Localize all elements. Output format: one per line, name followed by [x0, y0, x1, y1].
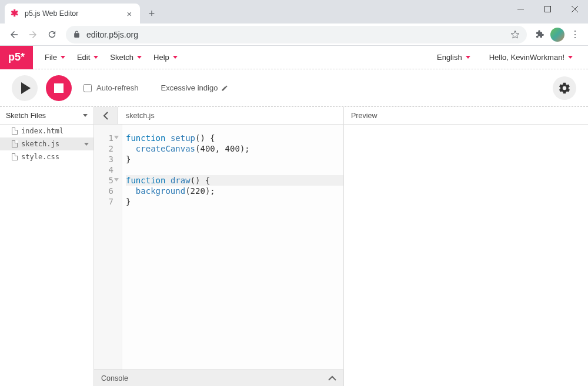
stop-icon	[54, 83, 64, 93]
bookmark-star-icon[interactable]	[510, 30, 520, 39]
preview-header: Preview	[344, 107, 588, 125]
menubar-right: English Hello, KevinWorkman!	[432, 49, 588, 65]
line-gutter: 1234567	[94, 125, 122, 370]
menu-sketch[interactable]: Sketch	[105, 49, 146, 65]
gear-icon	[558, 82, 571, 95]
chevron-left-icon	[103, 112, 109, 120]
tab-title: p5.js Web Editor	[25, 9, 125, 18]
window-controls	[507, 0, 588, 24]
play-icon	[21, 82, 31, 94]
toolbar: Auto-refresh Excessive indigo	[0, 69, 588, 107]
file-name: style.css	[21, 153, 59, 161]
main-area: Sketch Files index.htmlsketch.jsstyle.cs…	[0, 107, 588, 386]
caret-down-icon	[568, 56, 573, 59]
active-file-tab[interactable]: sketch.js	[118, 107, 163, 124]
browser-tab-strip: ✱ p5.js Web Editor × +	[0, 0, 588, 24]
code-line[interactable]	[126, 165, 343, 175]
caret-down-icon[interactable]	[84, 143, 89, 146]
pencil-icon	[221, 85, 228, 92]
line-number: 5	[94, 175, 119, 186]
editor-tabs: sketch.js	[94, 107, 343, 125]
caret-down-icon	[173, 56, 178, 59]
file-name: index.html	[21, 127, 64, 135]
code-line[interactable]: createCanvas(400, 400);	[126, 143, 343, 154]
menu-items: File Edit Sketch Help	[33, 49, 182, 65]
url-text: editor.p5js.org	[86, 30, 510, 39]
line-number: 6	[94, 186, 119, 196]
sketch-name[interactable]: Excessive indigo	[161, 83, 229, 92]
back-button[interactable]	[5, 25, 24, 44]
menu-help[interactable]: Help	[149, 49, 182, 65]
sidebar-header[interactable]: Sketch Files	[0, 107, 93, 125]
code-line[interactable]: background(220);	[126, 186, 343, 196]
lock-icon	[73, 31, 81, 38]
auto-refresh-checkbox[interactable]	[83, 84, 92, 92]
caret-down-icon	[61, 56, 65, 59]
maximize-button[interactable]	[534, 0, 561, 18]
svg-rect-1	[544, 6, 550, 12]
close-tab-icon[interactable]: ×	[125, 9, 134, 18]
line-number: 1	[94, 133, 119, 143]
file-item[interactable]: sketch.js	[0, 137, 93, 150]
extensions-icon[interactable]	[532, 26, 548, 43]
caret-down-icon	[137, 56, 142, 59]
browser-tab[interactable]: ✱ p5.js Web Editor ×	[5, 4, 140, 24]
stop-button[interactable]	[46, 75, 72, 101]
app-menubar: p5* File Edit Sketch Help English Hello,…	[0, 46, 588, 69]
auto-refresh-label: Auto-refresh	[96, 83, 139, 92]
play-button[interactable]	[12, 75, 38, 101]
file-icon	[12, 153, 18, 160]
reload-button[interactable]	[42, 25, 61, 44]
code-line[interactable]: }	[126, 196, 343, 207]
code-editor[interactable]: 1234567 function setup() { createCanvas(…	[94, 125, 343, 370]
p5-logo[interactable]: p5*	[0, 46, 33, 69]
file-name: sketch.js	[21, 140, 59, 148]
file-list: index.htmlsketch.jsstyle.css	[0, 125, 93, 163]
close-window-button[interactable]	[561, 0, 588, 18]
forward-button[interactable]	[24, 25, 42, 44]
chevron-up-icon	[328, 375, 336, 381]
preview-column: Preview	[344, 107, 588, 386]
caret-down-icon	[466, 56, 470, 59]
settings-button[interactable]	[553, 76, 576, 100]
file-icon	[12, 127, 18, 135]
menu-file[interactable]: File	[40, 49, 70, 65]
line-number: 3	[94, 154, 119, 165]
preview-canvas	[344, 125, 588, 386]
minimize-button[interactable]	[507, 0, 534, 18]
new-tab-button[interactable]: +	[143, 5, 160, 22]
editor-column: sketch.js 1234567 function setup() { cre…	[94, 107, 344, 386]
collapse-sidebar-button[interactable]	[94, 107, 118, 124]
file-item[interactable]: index.html	[0, 125, 93, 137]
profile-avatar[interactable]	[550, 28, 564, 42]
caret-down-icon	[93, 56, 98, 59]
auto-refresh-toggle[interactable]: Auto-refresh	[83, 83, 139, 92]
code-line[interactable]: function draw() {	[126, 175, 343, 186]
browser-toolbar: editor.p5js.org ⋮	[0, 24, 588, 46]
file-icon	[12, 140, 18, 147]
menu-edit[interactable]: Edit	[72, 49, 103, 65]
code-line[interactable]: function setup() {	[126, 133, 343, 143]
chrome-menu-button[interactable]: ⋮	[567, 26, 583, 43]
line-number: 4	[94, 165, 119, 175]
address-bar[interactable]: editor.p5js.org	[66, 26, 527, 43]
line-number: 2	[94, 143, 119, 154]
file-item[interactable]: style.css	[0, 150, 93, 163]
caret-down-icon	[83, 114, 88, 117]
file-sidebar: Sketch Files index.htmlsketch.jsstyle.cs…	[0, 107, 94, 386]
line-number: 7	[94, 196, 119, 207]
console-header[interactable]: Console	[94, 370, 343, 386]
code-line[interactable]: }	[126, 154, 343, 165]
language-selector[interactable]: English	[432, 49, 475, 65]
user-menu[interactable]: Hello, KevinWorkman!	[485, 49, 577, 65]
p5-favicon: ✱	[11, 9, 20, 18]
code-lines[interactable]: function setup() { createCanvas(400, 400…	[122, 125, 343, 370]
